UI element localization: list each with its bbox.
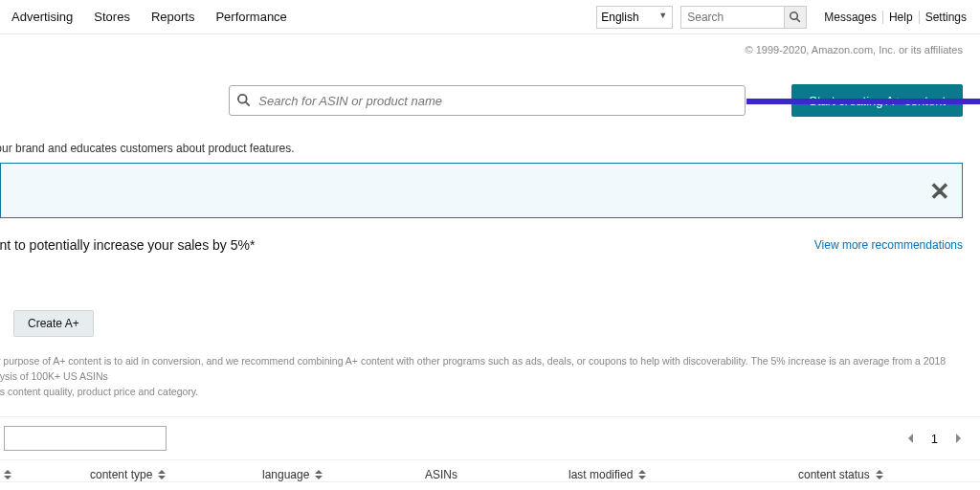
sort-icon bbox=[158, 470, 166, 479]
copyright-text: © 1999-2020, Amazon.com, Inc. or its aff… bbox=[0, 34, 980, 56]
asin-search-box bbox=[229, 85, 746, 116]
global-search bbox=[680, 6, 807, 29]
sort-icon bbox=[4, 470, 11, 479]
sort-icon bbox=[638, 470, 646, 479]
search-row: Start creating A+ content bbox=[0, 56, 980, 117]
col-last-modified[interactable]: last modified bbox=[568, 468, 798, 481]
language-select-wrap: English bbox=[596, 6, 673, 29]
col-blank[interactable] bbox=[4, 468, 90, 481]
language-select[interactable]: English bbox=[596, 6, 673, 29]
nav-stores[interactable]: Stores bbox=[94, 10, 130, 24]
table-toolbar: 1 bbox=[0, 417, 980, 459]
content-table: 1 content type language ASINs last modif… bbox=[0, 416, 980, 482]
search-icon bbox=[790, 11, 801, 23]
settings-link[interactable]: Settings bbox=[919, 11, 972, 24]
view-more-recommendations-link[interactable]: View more recommendations bbox=[814, 238, 963, 252]
create-aplus-button[interactable]: Create A+ bbox=[13, 310, 94, 337]
top-nav: Advertising Stores Reports Performance E… bbox=[0, 0, 980, 34]
chevron-left-icon[interactable] bbox=[906, 434, 916, 443]
global-search-input[interactable] bbox=[680, 6, 784, 29]
col-content-status[interactable]: content status bbox=[798, 468, 932, 481]
col-language[interactable]: language bbox=[262, 468, 425, 481]
sort-icon bbox=[315, 470, 323, 479]
recommendation-row: ntent to potentially increase your sales… bbox=[0, 218, 980, 253]
nav-performance[interactable]: Performance bbox=[215, 10, 286, 24]
global-search-button[interactable] bbox=[784, 6, 807, 29]
sort-icon bbox=[876, 470, 883, 479]
top-nav-right: English Messages Help Settings bbox=[596, 6, 972, 29]
brand-description-fragment: s your brand and educates customers abou… bbox=[0, 117, 980, 163]
fineprint-line-2: ch as content quality, product price and… bbox=[0, 385, 963, 400]
col-content-type[interactable]: content type bbox=[90, 468, 262, 481]
table-header: content type language ASINs last modifie… bbox=[0, 459, 980, 481]
help-links: Messages Help Settings bbox=[818, 11, 972, 24]
messages-link[interactable]: Messages bbox=[818, 11, 882, 24]
start-creating-button[interactable]: Start creating A+ content bbox=[791, 84, 963, 117]
nav-advertising[interactable]: Advertising bbox=[11, 10, 73, 24]
page-number: 1 bbox=[931, 432, 938, 446]
asin-search-input[interactable] bbox=[251, 94, 737, 108]
col-asins[interactable]: ASINs bbox=[425, 468, 568, 481]
fineprint-line-1: nary purpose of A+ content is to aid in … bbox=[0, 354, 963, 385]
search-icon bbox=[237, 94, 251, 107]
table-filter-input[interactable] bbox=[4, 426, 167, 451]
help-link[interactable]: Help bbox=[882, 11, 919, 24]
info-banner: ✕ bbox=[0, 163, 963, 218]
recommendation-text: ntent to potentially increase your sales… bbox=[0, 237, 255, 253]
close-icon[interactable]: ✕ bbox=[929, 177, 950, 207]
fineprint: nary purpose of A+ content is to aid in … bbox=[0, 337, 980, 399]
chevron-right-icon[interactable] bbox=[953, 434, 963, 443]
pager: 1 bbox=[906, 432, 963, 446]
top-nav-left: Advertising Stores Reports Performance bbox=[8, 10, 287, 24]
nav-reports[interactable]: Reports bbox=[151, 10, 195, 24]
